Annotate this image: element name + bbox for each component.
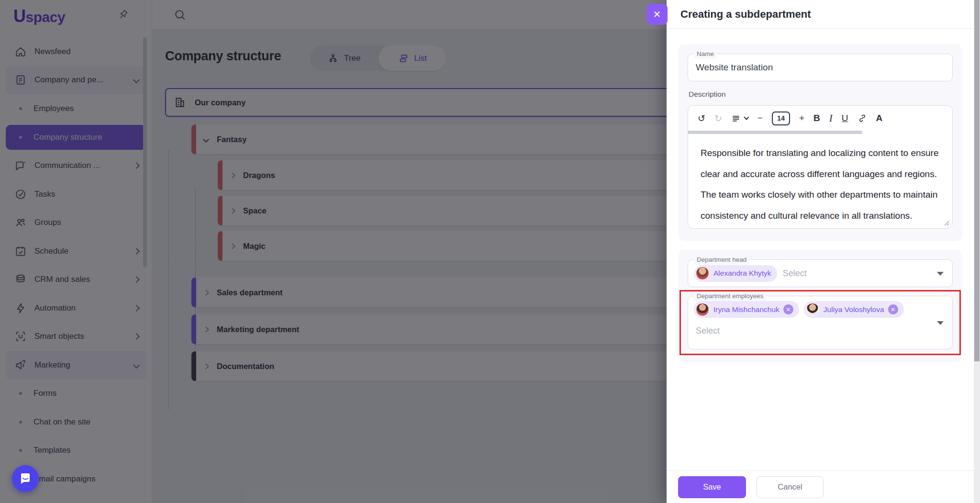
toolbar-scrollbar[interactable] bbox=[688, 131, 952, 134]
bold-icon[interactable]: B bbox=[813, 113, 820, 123]
cancel-button[interactable]: Cancel bbox=[757, 476, 824, 498]
avatar bbox=[696, 267, 709, 280]
drawer-title: Creating a subdepartment bbox=[680, 8, 811, 21]
align-icon[interactable] bbox=[731, 113, 748, 123]
editor-toolbar: ↺ ↻ − 14 + B I U A bbox=[688, 106, 952, 131]
name-field[interactable]: Name Website translation bbox=[688, 54, 953, 81]
underline-icon[interactable]: U bbox=[842, 113, 848, 123]
employee-chip: Iryna Mishchanchuk ✕ bbox=[694, 301, 799, 318]
window-scrollbar[interactable] bbox=[974, 0, 980, 503]
remove-chip-icon[interactable]: ✕ bbox=[888, 304, 898, 314]
screen: UUspacyspacy Newsfeed bbox=[0, 0, 980, 503]
chip-name: Juliya Voloshylova bbox=[824, 305, 884, 314]
close-icon[interactable]: ✕ bbox=[646, 4, 668, 25]
save-button[interactable]: Save bbox=[678, 476, 746, 498]
employee-chips: Iryna Mishchanchuk ✕ Juliya Voloshylova … bbox=[694, 301, 904, 318]
create-subdepartment-drawer: Creating a subdepartment ✕ Name Website … bbox=[667, 0, 980, 503]
department-employees-select[interactable]: Department employees Iryna Mishchanchuk … bbox=[688, 296, 953, 349]
avatar bbox=[696, 303, 709, 316]
chevron-down-icon bbox=[744, 114, 749, 120]
avatar bbox=[806, 303, 819, 316]
name-field-label: Name bbox=[694, 49, 717, 59]
department-employees-label: Department employees bbox=[694, 291, 767, 301]
drawer-header: Creating a subdepartment bbox=[667, 0, 974, 29]
italic-icon[interactable]: I bbox=[829, 112, 833, 124]
drawer-footer: Save Cancel bbox=[667, 470, 974, 503]
department-head-label: Department head bbox=[694, 255, 749, 265]
chip-name: Iryna Mishchanchuk bbox=[713, 305, 780, 314]
resize-handle-icon[interactable] bbox=[944, 220, 949, 226]
remove-chip-icon[interactable]: ✕ bbox=[783, 304, 793, 314]
dropdown-caret-icon[interactable] bbox=[937, 272, 944, 276]
dropdown-caret-icon[interactable] bbox=[937, 321, 944, 325]
general-info-card: Name Website translation Description ↺ ↻… bbox=[678, 44, 962, 241]
font-size-value[interactable]: 14 bbox=[772, 112, 790, 125]
increase-font-icon[interactable]: + bbox=[799, 113, 804, 123]
select-placeholder: Select bbox=[783, 268, 807, 279]
link-icon[interactable] bbox=[858, 113, 867, 123]
font-color-icon[interactable]: A bbox=[876, 113, 883, 123]
select-placeholder: Select bbox=[696, 326, 720, 336]
description-label: Description bbox=[689, 90, 726, 99]
department-people-card: Department head Alexandra Khytyk Select … bbox=[678, 250, 962, 362]
chip-name: Alexandra Khytyk bbox=[713, 269, 771, 278]
redo-icon[interactable]: ↻ bbox=[714, 113, 722, 124]
department-head-chip: Alexandra Khytyk bbox=[694, 265, 777, 282]
description-text[interactable]: Responsible for translating and localizi… bbox=[688, 134, 952, 226]
description-editor[interactable]: ↺ ↻ − 14 + B I U A bbox=[688, 105, 953, 229]
employee-chip: Juliya Voloshylova ✕ bbox=[804, 301, 904, 318]
chat-bubble-icon bbox=[19, 472, 32, 485]
undo-icon[interactable]: ↺ bbox=[698, 113, 705, 124]
scrollbar-thumb[interactable] bbox=[974, 0, 980, 361]
chat-launcher-button[interactable] bbox=[12, 465, 39, 492]
department-head-select[interactable]: Department head Alexandra Khytyk Select bbox=[688, 259, 953, 287]
name-field-value: Website translation bbox=[696, 62, 773, 73]
decrease-font-icon[interactable]: − bbox=[757, 113, 763, 123]
